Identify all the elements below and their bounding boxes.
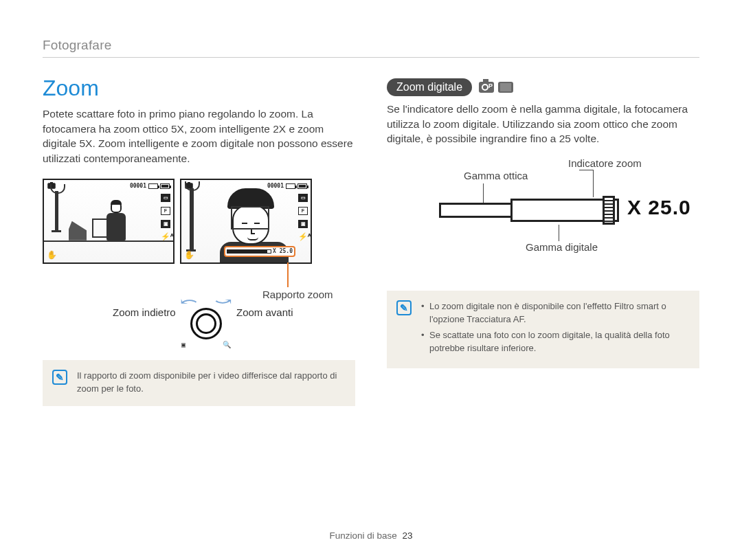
note-text: Il rapporto di zoom disponibile per i vi…: [77, 370, 337, 394]
zoom-indicator-handle: [603, 196, 615, 225]
tele-icon: 🔍: [223, 341, 231, 348]
label-rapporto-zoom: Rapporto zoom: [262, 289, 333, 300]
meter-icon: ▣: [161, 220, 170, 228]
stabilizer-icon: ✋: [184, 250, 194, 260]
background-shape: [69, 221, 87, 240]
label-zoom-avanti: Zoom avanti: [236, 306, 293, 318]
lcd-zoomed: 00001 ▭ F ▣ ⚡ᴬ X 25.0: [180, 179, 312, 264]
zoom-description: Potete scattare foto in primo piano rego…: [43, 107, 355, 166]
lamp-illustration: [55, 191, 58, 232]
zoom-multiplier: X 25.0: [627, 196, 691, 219]
breadcrumb: Fotografare: [43, 38, 699, 58]
lcd-screenshots: 00001 ▭ F ▣ ⚡ᴬ ✋: [43, 179, 355, 264]
zoom-callouts: Rapporto zoom Zoom indietro Zoom avanti …: [43, 268, 355, 344]
digital-zoom-description: Se l'indicatore dello zoom è nella gamma…: [387, 102, 699, 146]
horizon-line: [44, 240, 173, 242]
focus-square: [231, 206, 269, 229]
arrow-left-icon: ⤺: [180, 293, 197, 311]
heading-zoom-digitale: Zoom digitale: [387, 78, 472, 96]
label-gamma-ottica: Gamma ottica: [464, 170, 528, 181]
zoom-control-diagram: ⤺⤻ ▣🔍: [176, 293, 236, 348]
stabilizer-icon: ✋: [47, 250, 57, 260]
left-column: Zoom Potete scattare foto in primo piano…: [43, 76, 355, 406]
focus-square: [92, 219, 121, 238]
flash-icon: ⚡ᴬ: [298, 233, 308, 241]
lamp-illustration: [190, 188, 194, 251]
note-digital-zoom: ✎ Lo zoom digitale non è disponibile con…: [387, 291, 699, 368]
footer-section: Funzioni di base: [330, 530, 397, 541]
battery-icon: [160, 183, 170, 189]
battery-icon: [297, 183, 307, 189]
zoom-range-diagram: Indicatore zoom Gamma ottica Gamma digit…: [387, 160, 699, 263]
zoom-ring-icon: [190, 308, 222, 339]
note-video-zoom: ✎ Il rapporto di zoom disponibile per i …: [43, 360, 355, 407]
lcd-wide: 00001 ▭ F ▣ ⚡ᴬ ✋: [43, 179, 175, 264]
meter-icon: ▣: [298, 220, 308, 228]
quality-icon: F: [298, 207, 308, 215]
label-indicatore-zoom: Indicatore zoom: [568, 157, 642, 169]
page-footer: Funzioni di base 23: [0, 530, 742, 541]
right-column: Zoom digitale P Se l'indicatore dello zo…: [387, 76, 699, 406]
zoom-ratio-bar: X 25.0: [224, 246, 295, 257]
note-icon: ✎: [52, 370, 67, 385]
quality-icon: F: [161, 207, 170, 215]
page-number: 23: [402, 530, 412, 541]
note-item: Se scattate una foto con lo zoom digital…: [421, 329, 688, 355]
note-item: Lo zoom digitale non è disponibile con l…: [421, 300, 688, 326]
callout-line: [287, 262, 289, 287]
label-gamma-digitale: Gamma digitale: [526, 241, 598, 253]
shot-counter: 00001: [130, 183, 146, 189]
size-icon: ▭: [161, 194, 170, 202]
mode-icons: P: [479, 82, 513, 93]
wide-icon: ▣: [181, 341, 186, 348]
note-icon: ✎: [396, 300, 412, 315]
label-zoom-indietro: Zoom indietro: [113, 306, 176, 318]
sd-icon: [286, 183, 295, 189]
zoom-ratio-value: X 25.0: [273, 248, 293, 254]
size-icon: ▭: [298, 194, 308, 202]
heading-zoom: Zoom: [43, 76, 355, 101]
arrow-right-icon: ⤻: [214, 293, 232, 311]
sd-icon: [148, 183, 158, 189]
scene-mode-icon: [498, 82, 513, 93]
camera-mode-icon: P: [479, 82, 494, 93]
